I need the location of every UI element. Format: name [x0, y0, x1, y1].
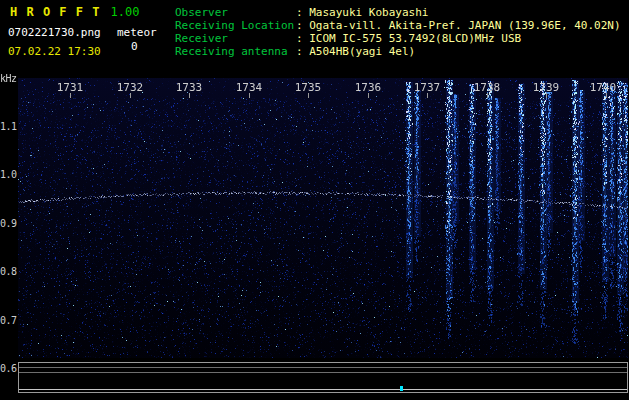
time-tick-label: 1740 — [588, 82, 618, 93]
station-info: Observer: Masayuki Kobayashi Receiving L… — [175, 6, 621, 58]
freq-tick-label: 1.1 — [0, 122, 17, 132]
time-tick-label: 1735 — [293, 82, 323, 93]
info-label: Receiving antenna — [175, 45, 296, 58]
info-label: Observer — [175, 6, 296, 19]
time-tick-label: 1737 — [412, 82, 442, 93]
level-gridline — [19, 372, 627, 373]
signal-level-panel — [18, 362, 628, 393]
time-tick-label: 1736 — [353, 82, 383, 93]
level-baseline — [19, 389, 627, 390]
spectrogram-canvas — [18, 78, 628, 358]
info-row-antenna: Receiving antenna: A504HB(yagi 4el) — [175, 45, 621, 58]
info-row-location: Receiving Location: Ogata-vill. Akita-Pr… — [175, 19, 621, 32]
info-value: A504HB(yagi 4el) — [309, 45, 415, 58]
info-value: ICOM IC-575 53.7492(8LCD)MHz USB — [309, 32, 521, 45]
freq-tick-label: 0.7 — [0, 316, 17, 326]
info-row-receiver: Receiver: ICOM IC-575 53.7492(8LCD)MHz U… — [175, 32, 621, 45]
app-title: H R O F F T — [10, 5, 100, 19]
time-tick-label: 1732 — [115, 82, 145, 93]
info-row-observer: Observer: Masayuki Kobayashi — [175, 6, 621, 19]
info-separator: : — [296, 6, 309, 19]
app-title-row: H R O F F T 1.00 — [10, 5, 139, 19]
time-tick-label: 1739 — [531, 82, 561, 93]
event-marker — [400, 386, 403, 391]
meteor-count-value: 0 — [131, 40, 138, 53]
info-label: Receiver — [175, 32, 296, 45]
freq-tick-label: 0.6 — [0, 364, 17, 374]
info-separator: : — [296, 32, 309, 45]
observation-datetime: 07.02.22 17:30 — [8, 45, 101, 58]
meteor-count-label: meteor — [117, 26, 157, 39]
time-tick-label: 1734 — [234, 82, 264, 93]
freq-tick-label: 0.8 — [0, 267, 17, 277]
hrofft-window: H R O F F T 1.00 0702221730.png meteor 0… — [0, 0, 629, 400]
time-tick-label: 1733 — [174, 82, 204, 93]
freq-tick-label: 1.0 — [0, 170, 17, 180]
info-separator: : — [296, 19, 309, 32]
info-label: Receiving Location — [175, 19, 296, 32]
info-value: Ogata-vill. Akita-Pref. JAPAN (139.96E, … — [309, 19, 620, 32]
level-gridline — [19, 367, 627, 368]
freq-unit-label: kHz — [0, 74, 17, 84]
freq-tick-label: 0.9 — [0, 219, 17, 229]
time-tick-label: 1731 — [55, 82, 85, 93]
info-value: Masayuki Kobayashi — [309, 6, 428, 19]
output-filename: 0702221730.png — [8, 26, 101, 39]
app-version: 1.00 — [110, 5, 139, 19]
info-separator: : — [296, 45, 309, 58]
time-tick-label: 1738 — [472, 82, 502, 93]
